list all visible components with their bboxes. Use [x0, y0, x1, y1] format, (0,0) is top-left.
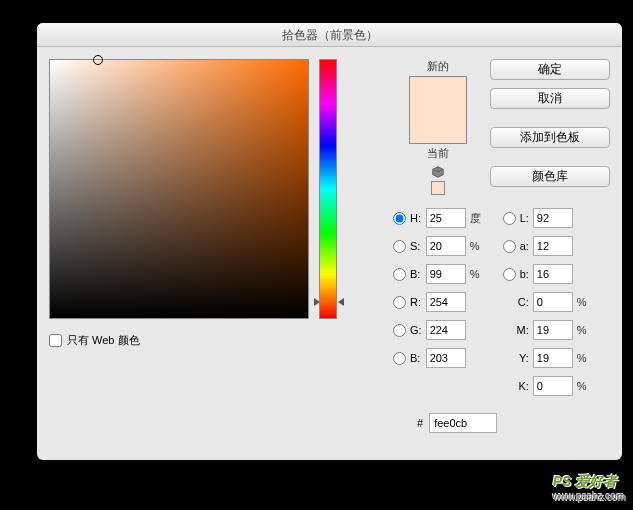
bv-radio[interactable]: B:	[393, 268, 422, 281]
a-radio[interactable]: a:	[503, 240, 529, 253]
a-input[interactable]	[533, 236, 573, 256]
hex-row: #	[417, 413, 497, 433]
g-input[interactable]	[426, 320, 466, 340]
current-color-label: 当前	[393, 146, 483, 161]
r-radio[interactable]: R:	[393, 296, 422, 309]
gamut-warning-icon[interactable]	[431, 165, 445, 179]
k-unit: %	[577, 380, 587, 392]
s-unit: %	[470, 240, 481, 252]
watermark-text: PS 爱好者	[553, 473, 618, 489]
web-only-label: 只有 Web 颜色	[67, 333, 140, 348]
h-unit: 度	[470, 211, 481, 226]
color-swatch	[409, 76, 467, 144]
r-input[interactable]	[426, 292, 466, 312]
y-input[interactable]	[533, 348, 573, 368]
l-input[interactable]	[533, 208, 573, 228]
watermark-url: www.psahz.com	[553, 491, 625, 502]
left-column: 只有 Web 颜色	[49, 59, 379, 348]
s-input[interactable]	[426, 236, 466, 256]
bc-radio[interactable]: B:	[393, 352, 422, 365]
color-libraries-button[interactable]: 颜色库	[490, 166, 610, 187]
bc-input[interactable]	[426, 348, 466, 368]
y-label: Y:	[503, 352, 529, 364]
c-label: C:	[503, 296, 529, 308]
closest-safe-swatch[interactable]	[431, 181, 445, 195]
c-unit: %	[577, 296, 587, 308]
s-radio[interactable]: S:	[393, 240, 422, 253]
g-radio[interactable]: G:	[393, 324, 422, 337]
field-marker[interactable]	[93, 55, 103, 65]
hex-input[interactable]	[429, 413, 497, 433]
hex-label: #	[417, 417, 423, 429]
titlebar[interactable]: 拾色器（前景色）	[37, 23, 622, 47]
bv-unit: %	[470, 268, 481, 280]
m-input[interactable]	[533, 320, 573, 340]
l-radio[interactable]: L:	[503, 212, 529, 225]
h-radio[interactable]: H:	[393, 212, 422, 225]
cancel-button[interactable]: 取消	[490, 88, 610, 109]
m-label: M:	[503, 324, 529, 336]
new-color-swatch[interactable]	[410, 77, 466, 110]
bv-input[interactable]	[426, 264, 466, 284]
picker-area	[49, 59, 379, 319]
current-color-swatch[interactable]	[410, 110, 466, 143]
c-input[interactable]	[533, 292, 573, 312]
hue-slider-thumb[interactable]	[338, 298, 344, 306]
k-label: K:	[503, 380, 529, 392]
b-radio[interactable]: b:	[503, 268, 529, 281]
k-input[interactable]	[533, 376, 573, 396]
b-input[interactable]	[533, 264, 573, 284]
value-inputs: H: 度 L: S: % a: B: % b: R: C: % G: M: %	[393, 208, 587, 396]
web-only-checkbox[interactable]: 只有 Web 颜色	[49, 333, 379, 348]
new-color-label: 新的	[393, 59, 483, 74]
m-unit: %	[577, 324, 587, 336]
color-picker-dialog: 拾色器（前景色） 只有 Web 颜色 新的 当前	[37, 23, 622, 460]
y-unit: %	[577, 352, 587, 364]
web-only-input[interactable]	[49, 334, 62, 347]
hue-slider[interactable]	[319, 59, 337, 319]
ok-button[interactable]: 确定	[490, 59, 610, 80]
h-input[interactable]	[426, 208, 466, 228]
saturation-brightness-field[interactable]	[49, 59, 309, 319]
watermark: PS 爱好者 www.psahz.com	[553, 473, 625, 502]
add-swatch-button[interactable]: 添加到色板	[490, 127, 610, 148]
